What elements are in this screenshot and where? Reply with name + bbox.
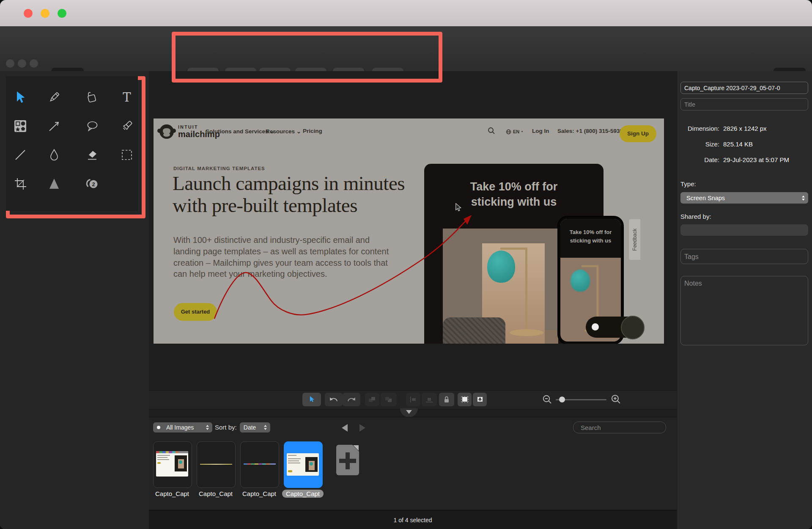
thumbnail-1[interactable] [153, 441, 192, 488]
date-row: Date: 29-Jul-2023 at 5:07 PM [680, 156, 808, 163]
filmstrip-collapse-button[interactable] [400, 408, 418, 417]
type-label: Type: [680, 180, 696, 187]
lock-button[interactable] [439, 393, 454, 406]
tool-eraser[interactable] [83, 146, 102, 164]
send-backward-icon [384, 396, 393, 403]
type-value: Screen Snaps [686, 195, 725, 201]
arrow-icon [49, 122, 58, 131]
eraser-icon [85, 148, 99, 162]
selection-count: 1 of 4 selected [393, 517, 432, 523]
tool-spotlight[interactable] [45, 174, 63, 193]
sort-by-label: Sort by: [215, 424, 237, 431]
inactive-close-icon [6, 59, 14, 68]
filename-input[interactable] [681, 82, 808, 94]
tool-blur[interactable] [45, 146, 63, 164]
tool-highlighter[interactable] [118, 117, 136, 135]
prev-button[interactable] [342, 424, 348, 432]
thumbnail-1-preview [156, 451, 188, 477]
add-capture-button[interactable] [336, 445, 359, 475]
tool-line[interactable] [11, 146, 30, 164]
paint-bucket-icon [88, 92, 96, 102]
filename-field[interactable] [680, 82, 808, 94]
stepper-icon [206, 424, 209, 430]
folded-corner-face [353, 445, 359, 451]
undo-button[interactable] [325, 393, 343, 406]
tool-palette: T [6, 76, 138, 211]
red-annotation-arrow [154, 118, 664, 344]
inactive-minimize-icon [18, 59, 26, 68]
zoom-in-button[interactable] [611, 394, 621, 405]
tool-arrow[interactable] [45, 117, 63, 135]
step-badge: 2 [92, 181, 95, 187]
size-row: Size: 825.14 KB [680, 141, 808, 148]
crop-icon [15, 178, 26, 190]
zoom-button[interactable] [58, 9, 66, 18]
editbar-select-button[interactable] [302, 393, 321, 406]
minimize-button[interactable] [41, 9, 49, 18]
align-left-icon [409, 396, 417, 403]
tool-selection[interactable] [118, 146, 136, 164]
title-field[interactable] [680, 98, 808, 110]
text-tool-icon: T [123, 90, 131, 105]
tool-select[interactable] [11, 88, 30, 107]
size-value: 825.14 KB [723, 141, 753, 148]
tool-shapes[interactable] [11, 117, 30, 135]
next-button[interactable] [359, 424, 365, 432]
search-box [573, 422, 666, 433]
zoom-out-button[interactable] [542, 394, 552, 405]
thumbnail-3-preview [244, 463, 276, 465]
sort-value: Date [244, 424, 256, 431]
window-titlebar[interactable] [0, 0, 812, 26]
thumbnail-3[interactable] [240, 441, 279, 488]
status-bar: 1 of 4 selected [149, 510, 677, 529]
dimension-row: Dimension: 2826 x 1242 px [680, 125, 808, 132]
speech-bubble-icon [88, 122, 97, 131]
line-icon [16, 150, 25, 160]
captured-image[interactable]: Intuit mailchimp Solutions and Services … [154, 118, 664, 344]
filter-dropdown[interactable]: All Images [153, 422, 212, 433]
tool-text[interactable]: T [118, 88, 136, 107]
redo-icon [346, 396, 357, 403]
search-input[interactable] [577, 424, 668, 431]
dimension-value: 2826 x 1242 px [723, 125, 767, 132]
tags-field[interactable] [680, 249, 808, 264]
cursor-icon [310, 396, 314, 402]
tool-step-number[interactable]: 2 [83, 174, 102, 193]
mouse-cursor-icon [455, 203, 462, 212]
canvas-pattern-button[interactable] [473, 393, 487, 406]
capto-window: Organizer Image Video Screen Area [0, 0, 812, 529]
shared-by-label: Shared by: [680, 213, 711, 220]
marquee-icon [122, 150, 132, 160]
tool-fill[interactable] [83, 88, 102, 107]
align-horizontal-button[interactable] [422, 393, 437, 406]
type-select[interactable]: Screen Snaps [680, 192, 808, 204]
tags-input[interactable] [681, 249, 808, 264]
bring-forward-button[interactable] [365, 393, 379, 406]
sort-dropdown[interactable]: Date [240, 422, 270, 433]
undo-icon [329, 396, 339, 403]
shapes-icon [13, 119, 27, 133]
thumbnail-4-label: Capto_Capt [282, 490, 324, 497]
canvas-frame-button[interactable] [458, 393, 472, 406]
thumbnail-2[interactable] [197, 441, 236, 488]
edit-canvas[interactable]: Intuit mailchimp Solutions and Services … [149, 71, 677, 529]
zoom-slider[interactable] [556, 399, 606, 400]
tool-callout[interactable] [83, 117, 102, 135]
puzzle-icon [476, 396, 484, 403]
tool-crop[interactable] [11, 174, 30, 193]
pencil-icon [49, 92, 59, 102]
notes-input[interactable] [681, 276, 808, 345]
zoom-in-icon [611, 394, 621, 405]
title-input[interactable] [681, 99, 808, 110]
step-number-icon: 2 [85, 176, 99, 191]
filter-value: All Images [166, 424, 194, 431]
zoom-slider-knob[interactable] [559, 397, 565, 402]
filmstrip-panel: All Images Sort by: Date [149, 417, 677, 510]
notes-field[interactable] [680, 276, 808, 345]
send-backward-button[interactable] [381, 393, 397, 406]
align-vertical-button[interactable] [406, 393, 420, 406]
close-button[interactable] [24, 9, 33, 18]
tool-pencil[interactable] [45, 88, 63, 107]
thumbnail-4[interactable] [284, 441, 323, 488]
redo-button[interactable] [343, 393, 360, 406]
